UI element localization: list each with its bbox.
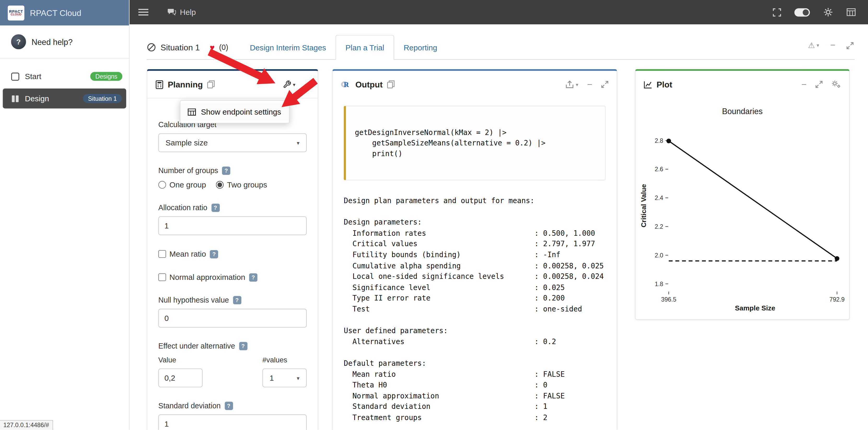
chart-area: Boundaries Critical Value 1.82.02.22.42.…	[636, 98, 849, 317]
null-hypothesis-input[interactable]	[158, 309, 307, 328]
toggle-knob	[803, 9, 809, 15]
chat-icon	[167, 8, 176, 16]
rpact-logo: RPACTCLOUD	[8, 5, 25, 20]
normal-approximation-checkbox-label[interactable]: Normal approximation	[158, 273, 245, 282]
effect-under-alternative-label: Effect under alternative ?	[158, 342, 307, 351]
output-panel: R Output ▾ − getDesignInverseNormal(kMax…	[332, 69, 617, 430]
need-help-label: Need help?	[32, 37, 73, 46]
panel-title: Plot	[656, 79, 672, 89]
plot-settings-icon[interactable]	[831, 80, 841, 89]
help-badge-icon[interactable]: ?	[225, 402, 233, 410]
export-dropdown[interactable]: ▾	[565, 80, 578, 89]
label-text: Normal approximation	[169, 273, 245, 282]
allocation-ratio-input[interactable]	[158, 217, 307, 235]
radio-label: Two groups	[227, 180, 267, 189]
tab-label: Reporting	[404, 43, 437, 52]
radio-label: One group	[169, 180, 206, 189]
label-text: Allocation ratio	[158, 204, 208, 212]
mean-ratio-checkbox-label[interactable]: Mean ratio	[158, 250, 206, 259]
minimize-icon[interactable]: −	[801, 80, 807, 89]
copy-icon[interactable]	[387, 80, 395, 89]
chart-title: Boundaries	[636, 107, 849, 115]
sidebar-item-design[interactable]: Design Situation 1	[3, 89, 126, 108]
question-icon: ?	[11, 34, 26, 49]
minimize-icon[interactable]: −	[304, 80, 310, 89]
select-value: 1	[270, 374, 274, 383]
show-endpoint-settings-item[interactable]: Show endpoint settings	[181, 103, 289, 121]
groups-radio-group: One group Two groups	[158, 180, 307, 189]
theme-toggle[interactable]	[794, 8, 810, 16]
box-icon	[11, 72, 19, 81]
help-badge-icon[interactable]: ?	[233, 296, 241, 304]
expand-icon[interactable]	[601, 81, 609, 88]
sidebar-item-label: Design	[25, 94, 49, 103]
sidebar-nav: Start Designs Design Situation 1	[0, 59, 129, 109]
favorite-heart-icon[interactable]: ♥	[210, 42, 215, 52]
main-content: Situation 1 ♥ (0) Design Interim Stages …	[129, 24, 868, 430]
tools-dropdown[interactable]: ▾	[283, 80, 296, 89]
label-text: Null hypothesis value	[158, 296, 229, 304]
caret-down-icon: ▾	[297, 140, 300, 146]
svg-text:396.5: 396.5	[661, 296, 676, 303]
nvalues-select[interactable]: 1 ▾	[262, 368, 307, 387]
need-help-button[interactable]: ? Need help?	[0, 25, 129, 59]
export-icon	[565, 80, 574, 89]
help-label: Help	[180, 8, 196, 17]
brand-title: RPACT Cloud	[30, 8, 81, 18]
tab-reporting[interactable]: Reporting	[394, 35, 447, 60]
warning-icon: ⚠	[808, 41, 815, 50]
standard-deviation-input[interactable]	[158, 414, 307, 430]
table-icon	[188, 108, 196, 115]
sidebar-item-start[interactable]: Start Designs	[0, 65, 129, 88]
tab-label: Plan a Trial	[346, 43, 384, 52]
minimize-icon[interactable]: −	[830, 41, 835, 50]
minimize-icon[interactable]: −	[587, 80, 592, 89]
wrench-icon	[283, 80, 291, 89]
copy-icon[interactable]	[207, 80, 215, 89]
r-logo-icon: R	[341, 80, 351, 89]
null-hypothesis-label: Null hypothesis value ?	[158, 296, 307, 304]
mean-ratio-row: Mean ratio ?	[158, 250, 307, 259]
label-text: Number of groups	[158, 167, 218, 175]
planning-panel: Planning ▾ − Show endpoint settings	[147, 69, 318, 430]
calculation-target-select[interactable]: Sample size ▾	[158, 133, 307, 152]
label-text: Standard deviation	[158, 402, 221, 410]
fullscreen-icon[interactable]	[773, 8, 781, 16]
help-badge-icon[interactable]: ?	[222, 167, 230, 175]
normal-approximation-row: Normal approximation ?	[158, 273, 307, 282]
caret-down-icon: ▾	[576, 82, 578, 87]
mean-ratio-checkbox[interactable]	[158, 250, 166, 258]
situation-title: Situation 1	[161, 42, 200, 52]
x-axis-label: Sample Size	[669, 304, 841, 312]
columns-icon	[11, 94, 19, 103]
situation-badge: Situation 1	[83, 94, 122, 103]
radio-two-groups[interactable]: Two groups	[216, 180, 267, 189]
tab-design-interim-stages[interactable]: Design Interim Stages	[240, 35, 335, 60]
standard-deviation-label: Standard deviation ?	[158, 402, 307, 410]
label-text: Mean ratio	[169, 250, 206, 259]
sidebar: RPACTCLOUD RPACT Cloud ? Need help? Star…	[0, 0, 130, 430]
help-badge-icon[interactable]: ?	[249, 273, 257, 282]
two-groups-radio[interactable]	[216, 181, 224, 189]
designs-badge: Designs	[90, 72, 122, 81]
normal-approximation-checkbox[interactable]	[158, 273, 166, 281]
svg-text:1.8: 1.8	[655, 281, 663, 288]
help-badge-icon[interactable]: ?	[211, 204, 220, 212]
help-badge-icon[interactable]: ?	[239, 342, 247, 351]
effect-value-input[interactable]	[158, 368, 203, 387]
caret-down-icon: ▾	[293, 82, 296, 87]
help-badge-icon[interactable]: ?	[210, 250, 218, 258]
expand-icon[interactable]	[846, 42, 854, 49]
label-text: Effect under alternative	[158, 342, 235, 351]
help-button[interactable]: Help	[167, 8, 196, 17]
tab-plan-a-trial[interactable]: Plan a Trial	[335, 35, 394, 60]
warnings-dropdown[interactable]: ⚠▾	[808, 41, 819, 50]
r-code-block[interactable]: getDesignInverseNormal(kMax = 2) |> getS…	[344, 106, 606, 180]
hamburger-menu-icon[interactable]	[138, 7, 148, 17]
settings-gear-icon[interactable]	[823, 7, 833, 17]
caret-down-icon: ▾	[297, 375, 300, 381]
apps-table-icon[interactable]	[846, 8, 856, 16]
radio-one-group[interactable]: One group	[158, 180, 206, 189]
one-group-radio[interactable]	[158, 181, 166, 189]
expand-icon[interactable]	[815, 81, 823, 88]
